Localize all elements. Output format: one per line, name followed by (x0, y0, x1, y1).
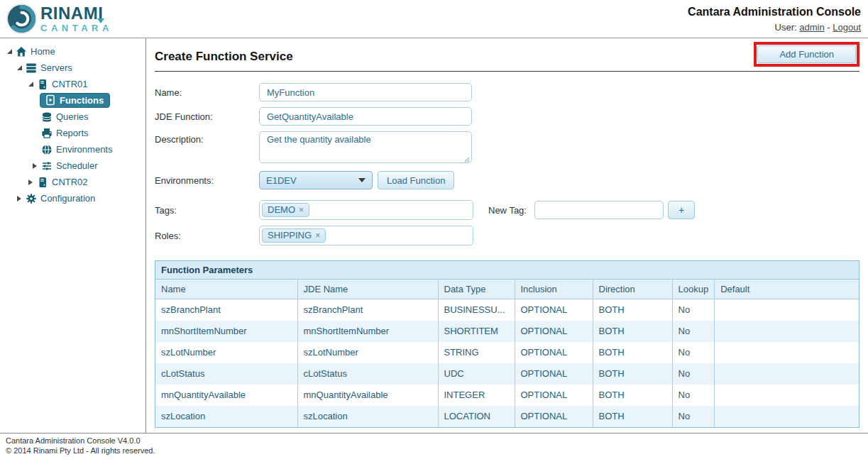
environments-label: Environments: (155, 175, 259, 186)
title-divider (155, 71, 859, 72)
expander-open-icon[interactable] (26, 79, 35, 89)
column-header: Lookup (672, 280, 715, 299)
home-icon (16, 46, 28, 57)
expander-closed-icon[interactable] (30, 161, 40, 171)
table-row[interactable]: mnQuantityAvailable mnQuantityAvailable … (155, 385, 859, 406)
cell-name: mnShortItemNumber (155, 321, 297, 342)
sidebar-item-label: Servers (40, 62, 72, 73)
database-icon (41, 111, 54, 123)
sidebar-item-functions[interactable]: Functions (0, 92, 145, 109)
cell-direction: BOTH (593, 406, 672, 427)
sidebar-item-scheduler[interactable]: Scheduler (0, 158, 145, 174)
table-caption: Function Parameters (155, 261, 859, 280)
cell-lookup: No (672, 363, 715, 385)
scheduler-icon (41, 160, 54, 172)
cell-direction: BOTH (593, 342, 672, 363)
environments-select[interactable]: E1DEV (259, 171, 373, 189)
logo-line1: RINAMI (40, 5, 103, 22)
table-row[interactable]: cLotStatus cLotStatus UDC OPTIONAL BOTH … (155, 363, 859, 385)
column-header: Direction (593, 280, 672, 299)
name-input[interactable] (259, 83, 472, 101)
load-function-button[interactable]: Load Function (378, 171, 454, 189)
expander-closed-icon[interactable] (14, 194, 24, 204)
cell-lookup: No (672, 321, 715, 342)
expander-closed-icon[interactable] (26, 177, 35, 187)
tag-chip: DEMO × (262, 203, 309, 217)
table-row[interactable]: szLocation szLocation LOCATION OPTIONAL … (155, 406, 859, 427)
app-header: RINAMI CANTARA Cantara Administration Co… (0, 0, 868, 38)
cell-jde-name: mnQuantityAvailable (297, 385, 438, 406)
sidebar-item-home[interactable]: Home (0, 43, 145, 60)
cell-data-type: SHORTITEM (438, 321, 515, 342)
main-panel: Create Function Service Add Function Nam… (146, 38, 868, 433)
add-tag-button[interactable]: + (668, 201, 695, 219)
remove-role-icon[interactable]: × (315, 231, 320, 241)
app-footer: Cantara Administration Console V4.0.0 © … (0, 433, 868, 463)
table-row[interactable]: szBranchPlant szBranchPlant BUSINESSU...… (155, 299, 859, 321)
cell-direction: BOTH (593, 385, 672, 406)
cell-jde-name: szLotNumber (297, 342, 438, 363)
logout-link[interactable]: Logout (833, 22, 861, 33)
cell-name: mnQuantityAvailable (155, 385, 297, 406)
gear-icon (26, 193, 38, 204)
servers-icon (26, 62, 38, 74)
header-right: Cantara Administration Console User: adm… (688, 3, 861, 33)
sidebar-item-reports[interactable]: Reports (0, 125, 145, 141)
main-top: Create Function Service Add Function (155, 41, 859, 67)
sidebar-item-label: Scheduler (56, 160, 98, 171)
cell-direction: BOTH (593, 321, 672, 342)
remove-tag-icon[interactable]: × (299, 205, 304, 215)
sidebar-item-cntr01[interactable]: CNTR01 (0, 76, 145, 92)
sidebar-item-configuration[interactable]: Configuration (0, 190, 145, 206)
resize-handle-icon[interactable] (464, 157, 470, 162)
cell-data-type: STRING (438, 342, 515, 363)
description-textarea[interactable]: Get the quantity available (259, 131, 472, 163)
jde-function-input[interactable] (259, 107, 472, 126)
environments-selected-value: E1DEV (266, 175, 297, 186)
selected-item-highlight[interactable]: Functions (40, 93, 110, 108)
logo-accent-triangle-icon (97, 18, 104, 23)
cell-lookup: No (672, 385, 715, 406)
sidebar-item-environments[interactable]: Environments (0, 141, 145, 158)
name-label: Name: (155, 87, 259, 98)
tags-input[interactable]: DEMO × (259, 200, 473, 220)
table-row[interactable]: szLotNumber szLotNumber STRING OPTIONAL … (155, 342, 859, 363)
cell-default (715, 299, 859, 321)
expander-open-icon[interactable] (4, 47, 14, 57)
new-tag-input[interactable] (534, 201, 664, 219)
description-row: Description: Get the quantity available (155, 131, 859, 165)
sidebar-item-cntr02[interactable]: CNTR02 (0, 174, 145, 190)
cell-jde-name: cLotStatus (297, 363, 438, 385)
add-function-button[interactable]: Add Function (757, 45, 856, 63)
expander-open-icon[interactable] (14, 63, 24, 73)
server-icon (37, 79, 50, 90)
cell-default (715, 385, 859, 406)
cell-inclusion: OPTIONAL (515, 385, 593, 406)
rinami-logo: RINAMI CANTARA (6, 3, 113, 35)
annotation-highlight-box: Add Function (754, 42, 859, 67)
sidebar-item-servers[interactable]: Servers (0, 60, 145, 76)
user-line: User: admin - Logout (688, 22, 861, 33)
cell-lookup: No (672, 299, 715, 321)
user-name-link[interactable]: admin (799, 22, 824, 33)
cell-lookup: No (672, 342, 715, 363)
content: Home Servers CNTR01 (0, 38, 868, 433)
app-title: Cantara Administration Console (688, 6, 861, 18)
role-chip: SHIPPING × (262, 228, 326, 243)
table-row[interactable]: mnShortItemNumber mnShortItemNumber SHOR… (155, 321, 859, 342)
logo-line2: CANTARA (40, 23, 113, 33)
roles-input[interactable]: SHIPPING × (259, 226, 473, 245)
globe-icon (41, 144, 54, 155)
cell-data-type: INTEGER (438, 385, 515, 406)
cell-jde-name: szBranchPlant (297, 299, 438, 321)
cell-inclusion: OPTIONAL (515, 342, 593, 363)
name-row: Name: (155, 83, 859, 101)
role-chip-label: SHIPPING (268, 230, 312, 241)
sidebar-item-queries[interactable]: Queries (0, 109, 145, 125)
page-title: Create Function Service (155, 50, 293, 64)
column-header: Default (715, 280, 859, 299)
column-header: JDE Name (297, 280, 438, 299)
environments-row: Environments: E1DEV Load Function (155, 171, 859, 189)
user-separator: - (827, 22, 830, 33)
sidebar-item-label: Functions (60, 95, 104, 106)
